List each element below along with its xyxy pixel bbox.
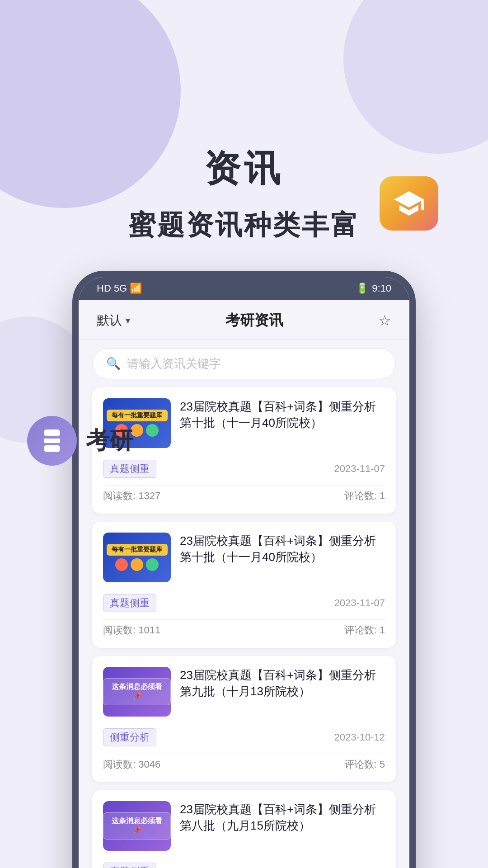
thumb-badge-4: 这条消息必须看📌 [103, 812, 171, 840]
news-date-4: 2023-09-21 [334, 866, 385, 868]
app-header-left[interactable]: 默认 ▾ [97, 312, 130, 329]
bookmark-button[interactable]: ☆ [378, 312, 391, 329]
reads-3: 阅读数: 3046 [103, 758, 160, 771]
news-stats-3: 阅读数: 3046 评论数: 5 [103, 754, 385, 771]
news-tag-3: 侧重分析 [103, 728, 156, 746]
news-stats-1: 阅读数: 1327 评论数: 1 [103, 485, 385, 503]
thumb-dot-6 [146, 558, 159, 571]
news-meta-1: 真题侧重 2023-11-07 [103, 460, 385, 478]
reads-1: 阅读数: 1327 [103, 489, 160, 503]
battery-icon: 🔋 [356, 283, 368, 294]
news-date-1: 2023-11-07 [334, 463, 385, 475]
news-item-2[interactable]: 每有一批重要题库 23届院校真题【百科+词条】侧重分析第十批（十一月40所院校） [92, 522, 396, 648]
news-title-3: 23届院校真题【百科+词条】侧重分析第九批（十月13所院校） [180, 667, 385, 700]
comments-1: 评论数: 1 [344, 489, 385, 503]
status-left: HD 5G 📶 [97, 283, 142, 294]
news-stats-2: 阅读数: 1011 评论数: 1 [103, 619, 385, 637]
status-right: 🔋 9:10 [356, 283, 391, 294]
news-meta-2: 真题侧重 2023-11-07 [103, 594, 385, 612]
thumb-dot-4 [115, 558, 128, 571]
time-display: 9:10 [372, 283, 391, 294]
thumb-icon-row-2 [115, 558, 159, 571]
news-title-4: 23届院校真题【百科+词条】侧重分析第八批（九月15所院校） [180, 801, 385, 834]
news-title-wrap-2: 23届院校真题【百科+词条】侧重分析第十批（十一月40所院校） [180, 533, 385, 582]
comments-2: 评论数: 1 [344, 623, 385, 637]
kaoyan-avatar [27, 416, 77, 466]
news-title-wrap-3: 23届院校真题【百科+词条】侧重分析第九批（十月13所院校） [180, 667, 385, 717]
phone-container: HD 5G 📶 🔋 9:10 默认 ▾ 考研资讯 ☆ 🔍 [0, 271, 488, 868]
news-meta-3: 侧重分析 2023-10-12 [103, 728, 385, 746]
kaoyan-label-text: 考研 [86, 425, 133, 457]
wifi-icon: 📶 [130, 283, 142, 294]
news-item-1-top: 每有一批重要题库 23届院校真题【百科+词条】侧重分析第十批（十一月40所院校） [103, 398, 385, 448]
thumb-purple-3: 这条消息必须看📌 [103, 667, 171, 717]
search-placeholder: 请输入资讯关键字 [127, 356, 221, 372]
news-title-wrap-1: 23届院校真题【百科+词条】侧重分析第十批（十一月40所院校） [180, 398, 385, 448]
app-header: 默认 ▾ 考研资讯 ☆ [79, 300, 409, 340]
news-title-1: 23届院校真题【百科+词条】侧重分析第十批（十一月40所院校） [180, 398, 385, 431]
graduation-cap-svg [393, 187, 425, 220]
phone-mockup: HD 5G 📶 🔋 9:10 默认 ▾ 考研资讯 ☆ 🔍 [72, 271, 416, 868]
app-header-title: 考研资讯 [225, 311, 283, 330]
kaoyan-badge: 考研 [27, 416, 133, 466]
kaoyan-dna-icon [38, 427, 66, 454]
news-date-3: 2023-10-12 [334, 731, 385, 743]
news-item-3-top: 这条消息必须看📌 23届院校真题【百科+词条】侧重分析第九批（十月13所院校） [103, 667, 385, 717]
grad-cap-icon [380, 176, 438, 231]
app-content: 默认 ▾ 考研资讯 ☆ 🔍 请输入资讯关键字 每有一批重要题 [79, 300, 409, 868]
news-tag-4: 真题侧重 [103, 863, 156, 868]
news-thumbnail-4: 这条消息必须看📌 [103, 801, 171, 851]
status-bar: HD 5G 📶 🔋 9:10 [79, 277, 409, 300]
thumb-dot-3 [146, 424, 159, 437]
notch [199, 277, 289, 297]
news-item-1[interactable]: 每有一批重要题库 23届院校真题【百科+词条】侧重分析第十批（十一月40所院校） [92, 387, 396, 514]
signal-text: HD 5G [97, 283, 127, 294]
thumb-banner-2: 每有一批重要题库 [107, 544, 168, 556]
news-tag-2: 真题侧重 [103, 594, 156, 612]
search-icon: 🔍 [106, 357, 121, 371]
thumb-colorful-2: 每有一批重要题库 [103, 533, 171, 582]
news-item-4[interactable]: 这条消息必须看📌 23届院校真题【百科+词条】侧重分析第八批（九月15所院校） … [92, 790, 396, 868]
default-selector[interactable]: 默认 [97, 312, 122, 329]
news-thumbnail-3: 这条消息必须看📌 [103, 667, 171, 717]
news-thumbnail-2: 每有一批重要题库 [103, 533, 171, 582]
dropdown-arrow-icon[interactable]: ▾ [126, 315, 130, 326]
news-title-wrap-4: 23届院校真题【百科+词条】侧重分析第八批（九月15所院校） [180, 801, 385, 851]
news-item-4-top: 这条消息必须看📌 23届院校真题【百科+词条】侧重分析第八批（九月15所院校） [103, 801, 385, 851]
thumb-purple-4: 这条消息必须看📌 [103, 801, 171, 851]
search-bar[interactable]: 🔍 请输入资讯关键字 [92, 348, 396, 379]
thumb-badge-3: 这条消息必须看📌 [103, 678, 171, 705]
news-item-3[interactable]: 这条消息必须看📌 23届院校真题【百科+词条】侧重分析第九批（十月13所院校） … [92, 656, 396, 782]
news-meta-4: 真题侧重 2023-09-21 [103, 863, 385, 868]
news-title-2: 23届院校真题【百科+词条】侧重分析第十批（十一月40所院校） [180, 533, 385, 566]
comments-3: 评论数: 5 [344, 758, 385, 771]
thumb-dot-5 [131, 558, 143, 571]
reads-2: 阅读数: 1011 [103, 623, 160, 637]
news-date-2: 2023-11-07 [334, 597, 385, 609]
news-item-2-top: 每有一批重要题库 23届院校真题【百科+词条】侧重分析第十批（十一月40所院校） [103, 533, 385, 582]
